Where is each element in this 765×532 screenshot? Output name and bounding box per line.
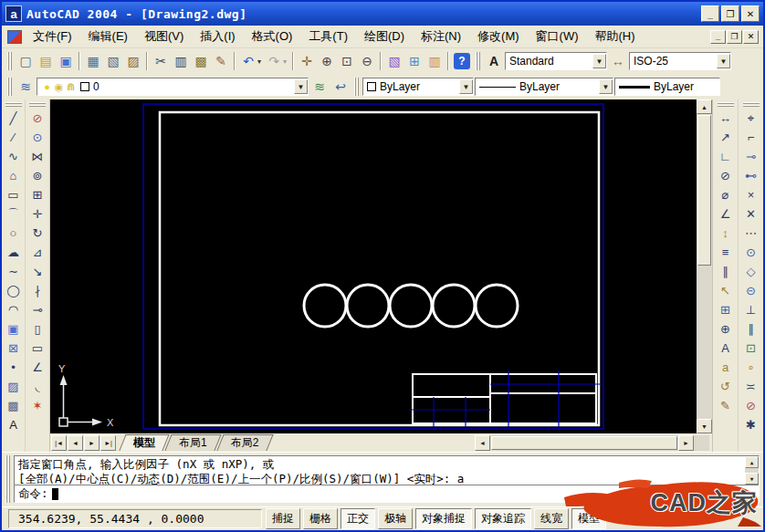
properties-palette-icon[interactable]: ▧ [384,51,404,71]
break-at-point-icon[interactable]: ▯ [27,319,47,339]
tab-model[interactable]: 模型 [121,434,167,451]
dimension-style-icon[interactable]: ✎ [716,396,736,415]
menu-item-file[interactable]: 文件(F) [25,26,80,47]
dim-style-icon[interactable]: ↔ [608,51,628,71]
layer-previous-icon[interactable]: ↩ [330,77,351,97]
lineweight-combo[interactable]: ByLayer [614,78,720,96]
mdi-restore-button[interactable]: ❐ [727,30,742,44]
scroll-right-icon[interactable]: ► [678,435,694,451]
text-style-combo[interactable]: Standard ▼ [505,52,607,70]
break-icon[interactable]: ▭ [27,339,47,358]
spline-icon[interactable]: ∼ [4,262,24,281]
tab-layout2[interactable]: 布局2 [219,434,271,451]
snap-to-node-icon[interactable]: ∘ [741,358,761,377]
otrack-toggle[interactable]: 对象追踪 [475,508,531,529]
command-input-line[interactable]: 命令: [15,485,759,502]
command-scrollbar[interactable]: ▲ ▼ [745,456,759,485]
chevron-down-icon[interactable]: ▼ [599,79,613,94]
copy-object-icon[interactable]: ⊙ [27,128,47,147]
radius-dimension-icon[interactable]: ⊘ [716,166,736,185]
polar-toggle[interactable]: 极轴 [378,508,413,529]
snap-to-parallel-icon[interactable]: ∥ [741,319,761,339]
new-file-icon[interactable]: ▢ [16,51,36,71]
snap-to-intersection-icon[interactable]: × [741,185,761,204]
region-icon[interactable]: ▩ [4,396,24,415]
command-window-grip[interactable] [5,455,10,503]
osnap-toolbar-grip[interactable] [743,102,760,107]
osnap-toggle[interactable]: 对象捕捉 [415,508,472,529]
rotate-icon[interactable]: ↻ [27,224,47,243]
styles-toolbar-grip[interactable] [476,52,480,70]
scroll-down-icon[interactable]: ▼ [745,473,759,485]
cut-icon[interactable]: ✂ [151,51,171,71]
angular-dimension-icon[interactable]: ∠ [716,204,736,224]
scroll-down-icon[interactable]: ▼ [697,419,712,433]
construction-line-icon[interactable]: ∕ [4,128,24,147]
polygon-icon[interactable]: ⌂ [4,166,24,185]
zoom-realtime-icon[interactable]: ⊕ [317,51,337,71]
lineweight-toggle[interactable]: 线宽 [534,508,569,529]
snap-to-none-icon[interactable]: ⊘ [741,396,761,415]
menu-item-edit[interactable]: 编辑(E) [80,26,136,47]
menu-item-tools[interactable]: 工具(T) [300,26,356,47]
dimension-update-icon[interactable]: ↺ [716,377,736,396]
insert-block-icon[interactable]: ▣ [4,319,24,339]
osnap-settings-icon[interactable]: ✱ [741,415,761,434]
model-space-canvas[interactable]: Y X [50,99,697,433]
revision-cloud-icon[interactable]: ☁ [4,243,24,262]
linear-dimension-icon[interactable]: ↔ [716,109,736,128]
stretch-icon[interactable]: ↘ [27,262,47,281]
mdi-close-button[interactable]: ✕ [743,30,759,44]
layer-combo[interactable]: ●◉⋒ 0 ▼ [37,78,309,96]
dimension-text-edit-icon[interactable]: a [716,358,736,377]
tab-nav-prev[interactable]: ◄ [68,435,83,451]
save-icon[interactable]: ▣ [56,51,76,71]
circle-icon[interactable]: ○ [4,224,24,243]
diameter-dimension-icon[interactable]: ⌀ [716,185,736,204]
tab-layout1[interactable]: 布局1 [167,434,219,451]
dim-style-combo[interactable]: ISO-25 ▼ [629,52,731,70]
menu-item-draw[interactable]: 绘图(D) [356,26,413,47]
fillet-icon[interactable]: ◟ [27,377,47,396]
explode-icon[interactable]: ✶ [27,396,47,415]
ordinate-dimension-icon[interactable]: ∟ [716,147,736,166]
erase-icon[interactable]: ⊘ [27,109,47,128]
paste-icon[interactable]: ▩ [191,51,211,71]
snap-to-extension-icon[interactable]: ⋯ [741,224,761,243]
tab-nav-next[interactable]: ► [84,435,100,451]
vertical-scroll-thumb[interactable] [697,115,711,266]
command-window[interactable]: 指定窗口角点, 输入比例因子 (nX 或 nXP), 或[全部(A)/中心点(C… [14,455,760,503]
menu-item-view[interactable]: 视图(V) [136,26,192,47]
make-block-icon[interactable]: ⊠ [4,339,24,358]
mirror-icon[interactable]: ⋈ [27,147,47,166]
rectangle-icon[interactable]: ▭ [4,185,24,204]
multiline-text-icon[interactable]: A [4,415,24,434]
horizontal-scroll-thumb[interactable] [491,436,677,450]
zoom-previous-icon[interactable]: ⊖ [357,51,377,71]
dimension-toolbar-grip[interactable] [718,102,734,107]
snap-to-tangent-icon[interactable]: ⊝ [741,281,761,300]
minimize-button[interactable]: _ [701,5,719,22]
menu-item-dimension[interactable]: 标注(N) [413,26,469,47]
tab-nav-last[interactable]: ►| [100,435,116,451]
open-file-icon[interactable]: ▤ [36,51,56,71]
text-style-icon[interactable]: A [484,51,504,71]
ortho-toggle[interactable]: 正交 [341,508,375,529]
maximize-button[interactable]: ❐ [721,5,739,22]
array-icon[interactable]: ⊞ [27,185,47,204]
dimension-edit-icon[interactable]: A [716,339,736,358]
linetype-combo[interactable]: ByLayer ▼ [475,78,613,96]
copy-clip-icon[interactable]: ▥ [171,51,191,71]
match-properties-icon[interactable]: ✎ [211,51,231,71]
modify-toolbar-grip[interactable] [29,102,46,107]
offset-icon[interactable]: ⊚ [27,166,47,185]
help-icon[interactable]: ? [454,53,470,69]
quick-leader-icon[interactable]: ↖ [716,281,736,300]
snap-to-center-icon[interactable]: ⊙ [741,243,761,262]
layer-lock-icon[interactable]: ⋒ [65,79,77,94]
make-object-layer-current-icon[interactable]: ≋ [309,77,330,97]
snap-to-quadrant-icon[interactable]: ◇ [741,262,761,281]
properties-toolbar-grip[interactable] [354,78,359,96]
vertical-scrollbar[interactable]: ▲ ▼ [697,99,712,433]
arc-icon[interactable]: ⌒ [4,204,24,224]
